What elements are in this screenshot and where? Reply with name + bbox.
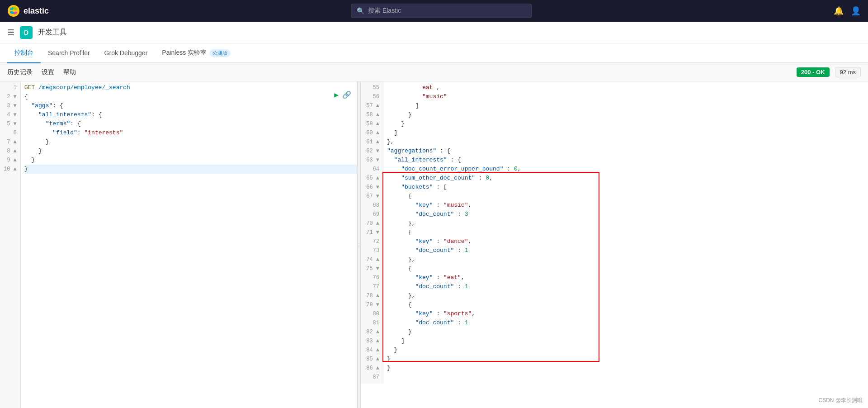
output-line-62: "aggregations" : { [387,147,868,156]
panel-divider[interactable]: ⋮ [357,81,361,408]
output-line-67: { [387,192,868,201]
copy-button[interactable]: 🔗 [342,90,351,100]
code-line-8: } [24,147,357,156]
editor-panel[interactable]: 1 2 ▼ 3 ▼ 4 ▼ 5 ▼ 6 7 ▲ 8 ▲ 9 ▲ 10 ▲ GET… [0,81,357,408]
output-line-58: } [387,110,868,119]
history-button[interactable]: 历史记录 [7,68,33,76]
dev-tools-badge: D [20,26,33,39]
editor-content: 1 2 ▼ 3 ▼ 4 ▼ 5 ▼ 6 7 ▲ 8 ▲ 9 ▲ 10 ▲ GET… [0,81,357,408]
status-badge: 200 - OK [797,67,830,77]
time-badge: 92 ms [835,67,861,77]
tab-grok-debugger-label: Grok Debugger [104,49,148,57]
tab-search-profiler-label: Search Profiler [48,49,90,57]
output-panel[interactable]: 55 56 57 ▲ 58 ▲ 59 ▲ 60 ▲ 61 ▲ 62 ▼ 63 ▼… [361,81,868,408]
watermark: CSDN @李长渊哦 [818,397,863,404]
code-line-6: "field": "interests" [24,128,357,138]
toolbar: 历史记录 设置 帮助 200 - OK 92 ms [0,63,868,81]
global-search[interactable]: 🔍 搜索 Elastic [351,4,532,18]
output-line-63: "all_interests" : { [387,156,868,165]
output-line-75: { [387,264,868,273]
second-bar: ☰ D 开发工具 [0,22,868,43]
output-line-57: ] [387,101,868,110]
ln-8: 8 ▲ [0,147,20,156]
code-area[interactable]: GET /megacorp/employee/_search { "aggs":… [21,81,357,408]
code-line-10: } [24,165,357,174]
output-line-81: "doc_count" : 1 [387,318,868,327]
code-line-3: "aggs": { [24,101,357,110]
hamburger-menu[interactable]: ☰ [7,28,14,38]
code-line-7: } [24,138,357,147]
output-line-76: "key" : "eat", [387,273,868,282]
ln-10: 10 ▲ [0,165,20,174]
code-line-9: } [24,156,357,165]
output-line-86: } [387,364,868,373]
top-bar: elastic 🔍 搜索 Elastic 🔔 👤 [0,0,868,22]
user-icon[interactable]: 👤 [851,6,861,16]
output-line-83: ] [387,337,868,346]
search-placeholder: 搜索 Elastic [368,7,401,15]
tab-painless[interactable]: Painless 实验室 公测版 [155,43,238,63]
output-line-84: } [387,346,868,355]
ln-5: 5 ▼ [0,119,20,128]
search-icon: 🔍 [357,7,364,14]
tab-console[interactable]: 控制台 [7,43,41,63]
run-button[interactable]: ▶ [334,90,339,100]
output-line-numbers: 55 56 57 ▲ 58 ▲ 59 ▲ 60 ▲ 61 ▲ 62 ▼ 63 ▼… [361,81,383,384]
dev-tools-label: 开发工具 [38,28,67,37]
ln-4: 4 ▼ [0,110,20,119]
ln-7: 7 ▲ [0,138,20,147]
output-line-56: "music" [387,92,868,101]
output-line-77: "doc_count" : 1 [387,282,868,291]
output-line-66: "buckets" : [ [387,183,868,192]
code-line-4: "all_interests": { [24,110,357,119]
help-button[interactable]: 帮助 [63,68,76,76]
top-bar-right: 🔔 👤 [834,6,861,16]
output-line-87 [387,373,868,382]
ln-2: 2 ▼ [0,92,20,101]
ln-1: 1 [0,83,20,92]
output-line-72: "key" : "dance", [387,237,868,246]
output-line-78: }, [387,291,868,300]
output-line-65: "sum_other_doc_count" : 0, [387,174,868,183]
tab-grok-debugger[interactable]: Grok Debugger [97,43,155,63]
output-line-79: { [387,300,868,309]
output-line-60: ] [387,128,868,138]
output-content-wrapper: 55 56 57 ▲ 58 ▲ 59 ▲ 60 ▲ 61 ▲ 62 ▼ 63 ▼… [361,81,868,384]
settings-button[interactable]: 设置 [42,68,54,76]
elastic-text: elastic [24,6,49,16]
output-line-64: "doc_count_error_upper_bound" : 0, [387,165,868,174]
ln-6: 6 [0,128,20,138]
search-bar-container: 🔍 搜索 Elastic [56,4,826,18]
notifications-icon[interactable]: 🔔 [834,6,844,16]
tab-search-profiler[interactable]: Search Profiler [41,43,97,63]
output-content: 55 56 57 ▲ 58 ▲ 59 ▲ 60 ▲ 61 ▲ 62 ▼ 63 ▼… [361,81,868,384]
elastic-logo-icon [7,5,20,17]
svg-point-0 [8,5,19,17]
main-content: 1 2 ▼ 3 ▼ 4 ▼ 5 ▼ 6 7 ▲ 8 ▲ 9 ▲ 10 ▲ GET… [0,81,868,408]
output-code-area: eat , "music" ] } } ] }, "aggregations" … [383,81,868,384]
tab-painless-label: Painless 实验室 [162,49,207,57]
output-line-70: }, [387,219,868,228]
output-line-68: "key" : "music", [387,201,868,210]
tab-console-label: 控制台 [14,49,33,57]
tabs-bar: 控制台 Search Profiler Grok Debugger Painle… [0,43,868,63]
output-line-55: eat , [387,83,868,92]
code-line-5: "terms": { [24,119,357,128]
output-line-59: } [387,119,868,128]
code-line-2: { [24,92,357,101]
ln-9: 9 ▲ [0,156,20,165]
toolbar-right: 200 - OK 92 ms [797,67,861,77]
elastic-logo[interactable]: elastic [7,5,49,17]
editor-actions: ▶ 🔗 [334,90,351,100]
output-line-73: "doc_count" : 1 [387,246,868,255]
output-line-82: } [387,327,868,337]
output-line-85: } [387,355,868,364]
output-line-69: "doc_count" : 3 [387,210,868,219]
code-line-1: GET /megacorp/employee/_search [24,83,357,92]
editor-line-numbers: 1 2 ▼ 3 ▼ 4 ▼ 5 ▼ 6 7 ▲ 8 ▲ 9 ▲ 10 ▲ [0,81,21,408]
output-line-61: }, [387,138,868,147]
ln-3: 3 ▼ [0,101,20,110]
beta-badge: 公测版 [209,49,231,57]
output-line-80: "key" : "sports", [387,309,868,318]
output-line-74: }, [387,255,868,264]
